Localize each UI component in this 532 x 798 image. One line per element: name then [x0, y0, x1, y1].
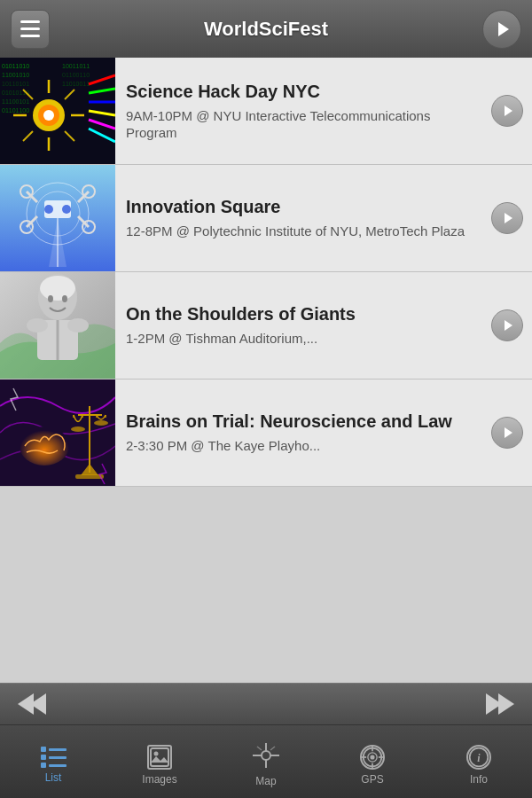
svg-text:11001010: 11001010 — [2, 72, 29, 78]
svg-text:11100101: 11100101 — [2, 98, 29, 105]
svg-point-61 — [94, 420, 108, 426]
svg-line-73 — [257, 747, 262, 750]
svg-point-45 — [40, 276, 75, 301]
tab-gps-label: GPS — [361, 773, 383, 786]
arrow-right-icon — [505, 213, 512, 223]
arrow-right-icon — [505, 106, 512, 116]
svg-point-46 — [48, 295, 53, 302]
event-list: 01011010 11001010 10110101 01010110 1110… — [0, 58, 532, 487]
event-content: On the Shoulders of Giants 1-2PM @ Tishm… — [115, 293, 491, 358]
hamburger-line-2 — [20, 27, 40, 30]
arrow-right-icon — [505, 320, 512, 331]
svg-rect-65 — [151, 748, 168, 766]
svg-point-58 — [71, 426, 85, 432]
svg-point-81 — [370, 755, 374, 759]
svg-point-47 — [62, 295, 67, 302]
svg-point-72 — [262, 751, 270, 760]
svg-point-50 — [27, 318, 48, 332]
tab-list-label: List — [45, 771, 62, 784]
list-item[interactable]: On the Shoulders of Giants 1-2PM @ Tishm… — [0, 272, 532, 379]
svg-line-74 — [270, 747, 275, 750]
list-item[interactable]: 01011010 11001010 10110101 01010110 1110… — [0, 58, 532, 165]
event-subtitle: 12-8PM @ Polytechnic Institute of NYU, M… — [126, 223, 484, 240]
item-arrow-button[interactable] — [491, 309, 523, 341]
svg-rect-64 — [149, 747, 170, 768]
bottom-navigation: List Images — [0, 683, 532, 798]
svg-text:10011011: 10011011 — [62, 63, 90, 69]
hamburger-line-3 — [20, 35, 40, 37]
svg-point-12 — [43, 110, 54, 121]
hamburger-line-1 — [20, 20, 40, 23]
event-thumbnail — [0, 272, 115, 379]
event-thumbnail — [0, 165, 115, 271]
event-title: On the Shoulders of Giants — [126, 303, 484, 325]
tab-list[interactable]: List — [0, 725, 106, 798]
info-icon: i — [466, 745, 491, 770]
tab-info[interactable]: i Info — [426, 725, 532, 798]
svg-text:10110101: 10110101 — [2, 81, 29, 87]
svg-point-32 — [62, 205, 71, 214]
tab-map-label: Map — [255, 775, 276, 787]
event-title: Brains on Trial: Neuroscience and Law — [126, 411, 484, 432]
app-title: WorldSciFest — [204, 18, 328, 41]
tab-bar: List Images — [0, 725, 532, 798]
fast-forward-icon — [486, 693, 514, 715]
event-subtitle: 9AM-10PM @ NYU Interactive Telecommunica… — [126, 107, 484, 142]
item-arrow-button[interactable] — [491, 417, 523, 449]
images-icon — [147, 745, 172, 770]
tab-images[interactable]: Images — [106, 725, 213, 798]
svg-point-66 — [154, 752, 159, 756]
arrow-right-icon — [505, 427, 512, 438]
list-item[interactable]: Innovation Square 12-8PM @ Polytechnic I… — [0, 165, 532, 272]
rewind-button[interactable] — [18, 693, 46, 715]
svg-text:11010011: 11010011 — [62, 81, 90, 87]
tab-map[interactable]: Map — [213, 725, 319, 798]
header: WorldSciFest — [0, 0, 532, 58]
item-arrow-button[interactable] — [491, 95, 523, 127]
event-subtitle: 1-2PM @ Tishman Auditorium,... — [126, 330, 484, 348]
svg-point-53 — [20, 426, 69, 466]
event-title: Science Hack Day NYC — [126, 81, 484, 102]
svg-point-51 — [67, 318, 89, 332]
tab-gps[interactable]: GPS — [319, 725, 426, 798]
event-content: Innovation Square 12-8PM @ Polytechnic I… — [115, 185, 491, 251]
svg-marker-67 — [151, 756, 168, 763]
playback-bar — [0, 683, 532, 725]
event-thumbnail: 01011010 11001010 10110101 01010110 1110… — [0, 58, 115, 164]
tab-images-label: Images — [142, 773, 176, 786]
svg-text:01100110: 01100110 — [62, 72, 90, 78]
svg-text:01101100: 01101100 — [2, 107, 29, 113]
menu-button[interactable] — [11, 10, 50, 49]
svg-text:01011010: 01011010 — [2, 63, 29, 69]
list-icon — [41, 747, 66, 768]
event-thumbnail — [0, 379, 115, 486]
rewind-icon — [18, 693, 46, 715]
event-subtitle: 2-3:30 PM @ The Kaye Playho... — [126, 437, 484, 455]
svg-text:i: i — [477, 752, 481, 764]
gps-icon — [360, 745, 385, 770]
map-icon — [253, 743, 279, 771]
item-arrow-button[interactable] — [491, 202, 523, 234]
event-title: Innovation Square — [126, 196, 484, 217]
chevron-right-icon — [498, 22, 509, 36]
navigate-button[interactable] — [482, 10, 521, 49]
tab-info-label: Info — [470, 773, 488, 786]
list-item[interactable]: Brains on Trial: Neuroscience and Law 2-… — [0, 379, 532, 487]
fast-forward-button[interactable] — [486, 693, 514, 715]
event-content: Brains on Trial: Neuroscience and Law 2-… — [115, 400, 491, 466]
svg-point-31 — [44, 205, 53, 214]
event-content: Science Hack Day NYC 9AM-10PM @ NYU Inte… — [115, 70, 491, 153]
